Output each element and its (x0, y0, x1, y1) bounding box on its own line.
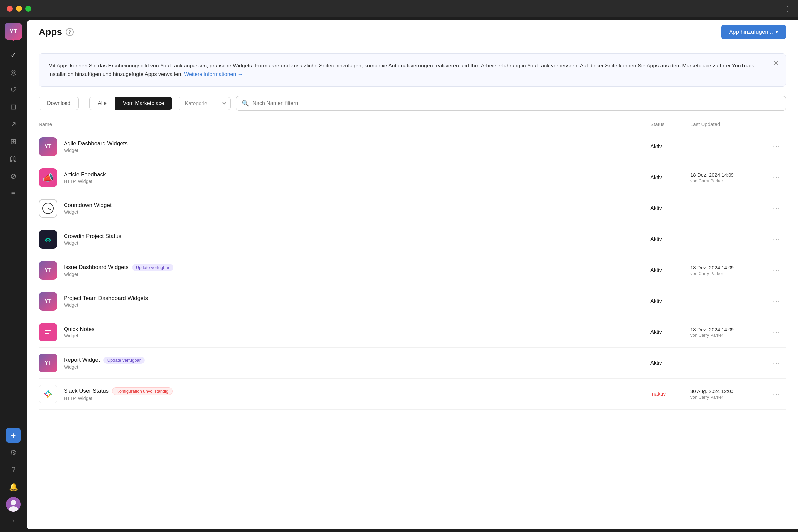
sidebar-item-columns[interactable]: ⊟ (6, 100, 21, 114)
content-area: Mit Apps können Sie das Erscheinungsbild… (26, 44, 798, 529)
app-name-wrap: Crowdin Project Status Widget (64, 233, 121, 246)
sidebar-help-icon[interactable]: ? (6, 462, 21, 477)
titlebar-menu[interactable]: ⋮ (784, 5, 791, 13)
updated-by: von Carry Parker (690, 271, 770, 276)
titlebar: ⋮ (0, 0, 798, 17)
sidebar-item-layers[interactable]: ≡ (6, 186, 21, 201)
status-badge: Inaktiv (650, 391, 666, 397)
toolbar: Download Alle Vom Marketplace Kategorie … (39, 96, 786, 111)
svg-point-6 (42, 233, 54, 245)
row-menu-button[interactable]: ⋯ (770, 296, 783, 307)
svg-rect-11 (42, 388, 54, 400)
app-name-wrap: Quick Notes Widget (64, 326, 95, 339)
logo[interactable]: YT (5, 23, 22, 40)
table-row: 📣 Article Feedback HTTP, Widget Aktiv 18… (39, 162, 786, 193)
add-button[interactable]: + (6, 428, 21, 442)
app-icon (39, 385, 57, 403)
app-name: Issue Dashboard Widgets Update verfügbar (64, 264, 173, 271)
app-name: Agile Dashboard Widgets (64, 140, 128, 147)
sidebar-settings-icon[interactable]: ⚙ (6, 445, 21, 460)
close-button[interactable] (7, 6, 13, 12)
info-banner: Mit Apps können Sie das Erscheinungsbild… (39, 53, 786, 87)
updated-date: 18 Dez. 2024 14:09 (690, 326, 770, 332)
banner-close-button[interactable]: ✕ (773, 59, 779, 67)
filter-marketplace-button[interactable]: Vom Marketplace (115, 97, 172, 110)
banner-link[interactable]: Weitere Informationen → (184, 72, 243, 77)
status-badge: Aktiv (650, 236, 662, 242)
filter-group: Alle Vom Marketplace (90, 97, 172, 110)
svg-rect-9 (44, 331, 51, 332)
sidebar-item-apps[interactable]: ⊞ (6, 134, 21, 149)
row-menu-button[interactable]: ⋯ (770, 265, 783, 276)
main-content: Apps ? App hinzufügen... ▾ Mit Apps könn… (26, 20, 798, 529)
search-input[interactable] (252, 100, 780, 107)
row-menu-button[interactable]: ⋯ (770, 388, 783, 400)
row-menu-button[interactable]: ⋯ (770, 172, 783, 183)
app-name: Quick Notes (64, 326, 95, 332)
maximize-button[interactable] (25, 6, 31, 12)
app-info: Quick Notes Widget (39, 323, 650, 341)
app-icon (39, 323, 57, 341)
search-icon: 🔍 (242, 100, 249, 107)
app-name: Countdown Widget (64, 202, 112, 209)
app-badge: Konfiguration unvollständig (112, 387, 173, 395)
status-badge: Aktiv (650, 206, 662, 211)
status-badge: Aktiv (650, 174, 662, 180)
app-type: Widget (64, 302, 148, 307)
search-box: 🔍 (236, 96, 786, 111)
sidebar-item-chart[interactable]: ↗ (6, 117, 21, 132)
sidebar-item-target[interactable]: ◎ (6, 65, 21, 80)
table-row: Quick Notes Widget Aktiv 18 Dez. 2024 14… (39, 317, 786, 348)
app-icon: YT (39, 261, 57, 280)
app-layout: YT ✓ ◎ ↺ ⊟ ↗ ⊞ 🕮 ⊘ ≡ + ⚙ ? 🔔 › (0, 17, 798, 532)
updated-date: 18 Dez. 2024 14:09 (690, 265, 770, 270)
sidebar-item-timer[interactable]: ⊘ (6, 169, 21, 184)
updated-by: von Carry Parker (690, 333, 770, 338)
svg-point-1 (11, 500, 16, 506)
col-status-header: Status (650, 119, 690, 131)
app-type: Widget (64, 241, 121, 246)
app-name-wrap: Report Widget Update verfügbar Widget (64, 357, 145, 370)
row-menu-button[interactable]: ⋯ (770, 141, 783, 152)
table-row: YT Report Widget Update verfügbar Widget… (39, 348, 786, 379)
filter-all-button[interactable]: Alle (90, 97, 115, 110)
category-select[interactable]: Kategorie (177, 97, 231, 110)
sidebar-item-book[interactable]: 🕮 (6, 152, 21, 166)
row-menu-button[interactable]: ⋯ (770, 203, 783, 214)
apps-table: Name Status Last Updated YT Agile Dashbo… (39, 119, 786, 410)
col-name-header: Name (39, 119, 650, 131)
download-button[interactable]: Download (39, 97, 79, 110)
page-title-area: Apps ? (39, 26, 74, 37)
app-name-wrap: Countdown Widget Widget (64, 202, 112, 215)
app-icon (39, 199, 57, 218)
sidebar-item-checkmark[interactable]: ✓ (6, 48, 21, 62)
titlebar-controls (7, 6, 31, 12)
app-type: HTTP, Widget (64, 396, 173, 401)
app-info: YT Agile Dashboard Widgets Widget (39, 137, 650, 156)
status-badge: Aktiv (650, 329, 662, 335)
app-info: YT Issue Dashboard Widgets Update verfüg… (39, 261, 650, 280)
sidebar-bottom: + ⚙ ? 🔔 › (6, 428, 21, 527)
col-updated-header: Last Updated (690, 119, 770, 131)
app-badge: Update verfügbar (132, 264, 173, 271)
minimize-button[interactable] (16, 6, 22, 12)
row-menu-button[interactable]: ⋯ (770, 358, 783, 369)
sidebar-bell-icon[interactable]: 🔔 (6, 480, 21, 494)
add-app-button[interactable]: App hinzufügen... ▾ (721, 25, 786, 39)
app-type: Widget (64, 209, 112, 215)
row-menu-button[interactable]: ⋯ (770, 234, 783, 245)
help-icon[interactable]: ? (66, 28, 74, 36)
avatar[interactable] (6, 497, 21, 512)
app-icon: 📣 (39, 168, 57, 187)
app-icon (39, 230, 57, 249)
status-badge: Aktiv (650, 360, 662, 366)
table-row: Countdown Widget Widget Aktiv ⋯ (39, 193, 786, 224)
sidebar-expand-chevron[interactable]: › (10, 514, 17, 527)
app-info: Countdown Widget Widget (39, 199, 650, 218)
row-menu-button[interactable]: ⋯ (770, 326, 783, 338)
app-name: Project Team Dashboard Widgets (64, 295, 148, 302)
app-icon: YT (39, 354, 57, 373)
app-info: YT Project Team Dashboard Widgets Widget (39, 292, 650, 310)
sidebar-item-history[interactable]: ↺ (6, 82, 21, 97)
app-name: Article Feedback (64, 171, 106, 178)
